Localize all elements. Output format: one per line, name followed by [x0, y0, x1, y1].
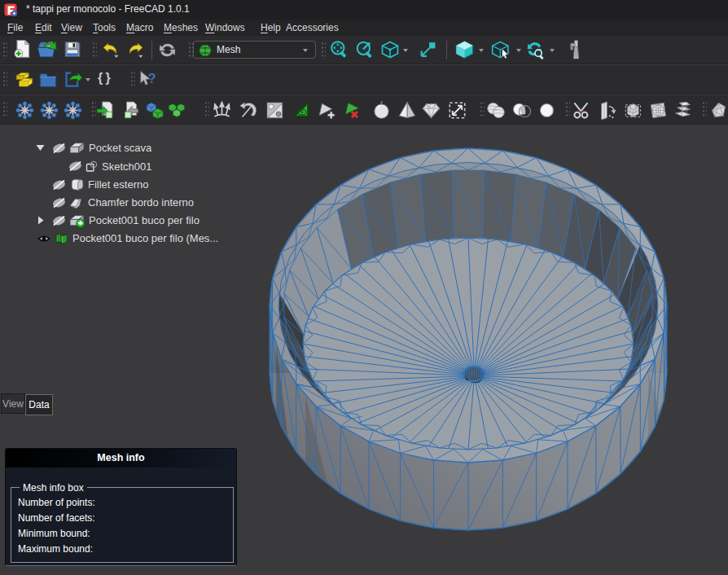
svg-text:?: ?	[148, 72, 156, 86]
